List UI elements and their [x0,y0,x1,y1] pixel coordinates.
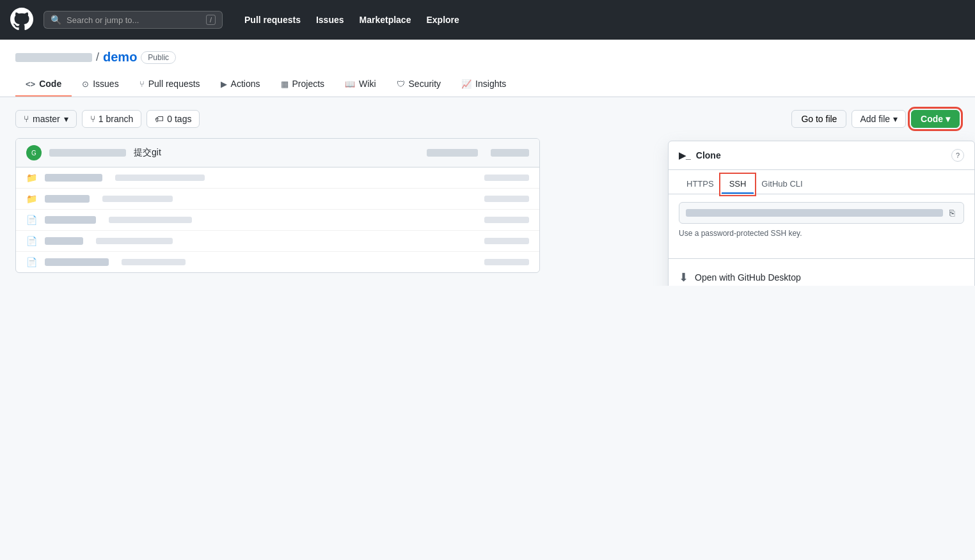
folder-icon: 📄 [26,215,37,225]
tab-wiki-label: Wiki [359,79,376,89]
clone-dropdown: ▶_ Clone ? HTTPS SSH GitHub CLI ⎘ Use a [668,141,975,286]
terminal-icon: ▶_ [679,150,691,160]
main-content: ⑂ master ▾ ⑂ 1 branch 🏷 0 tags Go to fil… [0,97,975,286]
file-msg-blur [115,175,205,181]
clone-tab-ssh-label: SSH [729,179,747,189]
clone-url-hint: Use a password-protected SSH key. [679,229,964,238]
clone-dropdown-header: ▶_ Clone ? [669,141,974,170]
desktop-icon: ⬇ [679,270,688,284]
clone-protocol-tabs: HTTPS SSH GitHub CLI [669,170,974,194]
committer-avatar: G [26,145,42,160]
code-button-label: Code ▾ [921,114,950,124]
tab-code[interactable]: <> Code [15,72,72,97]
file-msg-blur [102,196,173,202]
breadcrumb: / demo Public [15,50,960,65]
file-time-blur [484,259,529,265]
table-row: 📁 [16,167,539,189]
branch-chevron: ▾ [64,114,68,124]
go-to-file-button[interactable]: Go to file [791,110,846,128]
repo-tabs: <> Code ⊙ Issues ⑂ Pull requests ▶ Actio… [15,72,960,97]
tab-issues[interactable]: ⊙ Issues [72,72,129,97]
repo-visibility-badge: Public [141,51,176,64]
tab-insights[interactable]: 📈 Insights [451,72,516,97]
branch-count-icon: ⑂ [90,114,95,124]
clone-help-button[interactable]: ? [951,149,964,162]
nav-marketplace[interactable]: Marketplace [353,11,418,29]
clone-divider [669,258,974,259]
branch-bar: ⑂ master ▾ ⑂ 1 branch 🏷 0 tags Go to fil… [15,110,960,128]
repo-separator: / [96,51,99,64]
tab-pr-label: Pull requests [148,79,200,89]
branch-icon: ⑂ [24,114,29,124]
file-time-blur [484,217,529,223]
file-name-blur [45,258,109,266]
folder-icon: 📁 [26,173,37,183]
nav-explore[interactable]: Explore [420,11,465,29]
search-placeholder: Search or jump to... [67,15,139,25]
file-msg-blur [96,238,173,244]
open-desktop-label: Open with GitHub Desktop [695,272,801,283]
branch-name: master [33,114,60,124]
file-name-blur [45,216,96,224]
clone-tab-ssh[interactable]: SSH [722,175,754,194]
tab-pull-requests[interactable]: ⑂ Pull requests [129,72,210,97]
add-file-chevron: ▾ [893,114,898,124]
repo-name[interactable]: demo [103,50,137,65]
commit-message: 提交git [134,147,161,159]
github-logo[interactable] [10,8,33,33]
clone-tab-https-label: HTTPS [686,179,714,189]
tab-security[interactable]: 🛡 Security [386,72,452,97]
commit-hash-blur [427,149,478,157]
clone-tab-cli-label: GitHub CLI [761,179,802,189]
commit-header-row: G 提交git [16,139,539,167]
open-desktop-button[interactable]: ⬇ Open with GitHub Desktop [669,261,974,286]
copy-url-button[interactable]: ⎘ [947,206,957,219]
file-name-blur [45,237,83,245]
folder-icon: 📄 [26,257,37,267]
table-row: 📁 [16,189,539,210]
tab-projects[interactable]: ▦ Projects [271,72,335,97]
tab-code-label: Code [39,79,61,89]
projects-icon: ▦ [281,79,289,89]
committer-name-blur [49,149,126,157]
file-time-blur [484,238,529,244]
issues-icon: ⊙ [82,79,89,89]
pr-icon: ⑂ [139,79,145,89]
file-name-blur [45,174,102,182]
add-file-label: Add file [860,114,890,124]
help-icon: ? [956,152,960,159]
clone-body: ⎘ Use a password-protected SSH key. [669,194,974,256]
search-icon: 🔍 [51,15,61,25]
tab-actions[interactable]: ▶ Actions [210,72,271,97]
table-row: 📄 [16,210,539,231]
tab-projects-label: Projects [292,79,325,89]
actions-icon: ▶ [221,79,227,89]
tab-security-label: Security [409,79,441,89]
table-row: 📄 [16,252,539,272]
clone-title: ▶_ Clone [679,150,721,160]
tab-wiki[interactable]: 📖 Wiki [335,72,386,97]
clone-tab-cli[interactable]: GitHub CLI [754,175,810,194]
branch-count-btn[interactable]: ⑂ 1 branch [82,110,141,128]
file-name-blur [45,195,90,203]
repo-header: / demo Public <> Code ⊙ Issues ⑂ Pull re… [0,40,975,97]
clone-url-blur [686,209,943,217]
main-nav: Pull requests Issues Marketplace Explore [238,11,466,29]
search-kbd: / [206,15,216,25]
nav-issues[interactable]: Issues [310,11,351,29]
tab-issues-label: Issues [93,79,118,89]
file-time-blur [484,196,529,202]
add-file-button[interactable]: Add file ▾ [852,110,906,128]
wiki-icon: 📖 [345,79,355,89]
insights-icon: 📈 [461,79,472,89]
file-msg-blur [109,217,192,223]
nav-pull-requests[interactable]: Pull requests [238,11,307,29]
branch-selector[interactable]: ⑂ master ▾ [15,110,77,128]
file-table: G 提交git 📁 📁 📄 📄 [15,138,540,273]
search-bar[interactable]: 🔍 Search or jump to... / [44,11,223,29]
tab-actions-label: Actions [231,79,260,89]
code-button[interactable]: Code ▾ [911,110,960,128]
clone-tab-https[interactable]: HTTPS [679,175,722,194]
security-icon: 🛡 [397,79,405,89]
tag-count-btn[interactable]: 🏷 0 tags [147,110,200,128]
